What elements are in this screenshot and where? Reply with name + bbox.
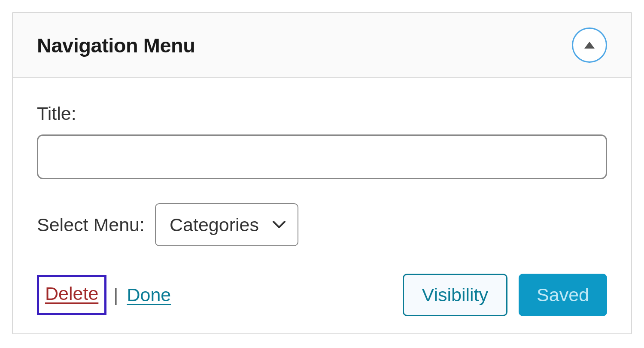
- right-buttons: Visibility Saved: [403, 274, 607, 316]
- collapse-button[interactable]: [572, 27, 607, 63]
- title-input[interactable]: [37, 134, 607, 179]
- navigation-menu-widget: Navigation Menu Title: Select Menu: Cate…: [12, 12, 632, 334]
- select-wrap: Categories: [155, 203, 298, 246]
- widget-title: Navigation Menu: [37, 34, 195, 57]
- select-menu-row: Select Menu: Categories: [37, 203, 607, 246]
- chevron-up-icon: [583, 41, 595, 49]
- separator: |: [112, 284, 120, 305]
- delete-link[interactable]: Delete: [45, 283, 98, 304]
- actions-row: Delete | Done Visibility Saved: [37, 274, 607, 316]
- select-menu-label: Select Menu:: [37, 214, 145, 235]
- delete-highlight-box: Delete: [37, 275, 106, 315]
- widget-header: Navigation Menu: [13, 13, 631, 78]
- visibility-button[interactable]: Visibility: [403, 274, 508, 316]
- title-label: Title:: [37, 103, 607, 124]
- svg-marker-0: [584, 42, 595, 49]
- left-links: Delete | Done: [37, 275, 171, 315]
- done-link[interactable]: Done: [127, 284, 171, 305]
- widget-body: Title: Select Menu: Categories Delete | …: [13, 78, 631, 333]
- saved-button[interactable]: Saved: [519, 274, 607, 316]
- menu-select[interactable]: Categories: [155, 203, 298, 246]
